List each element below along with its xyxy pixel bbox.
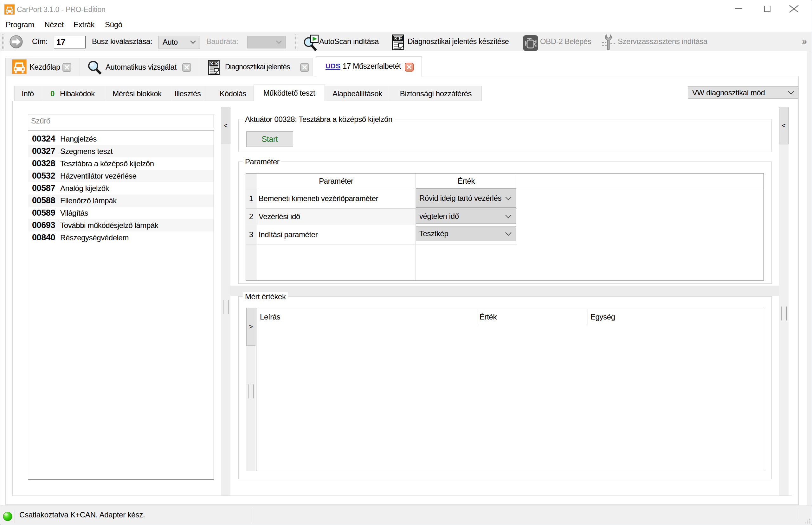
svg-text:OBD: OBD [394, 36, 403, 41]
svg-text:OBD: OBD [210, 62, 218, 65]
